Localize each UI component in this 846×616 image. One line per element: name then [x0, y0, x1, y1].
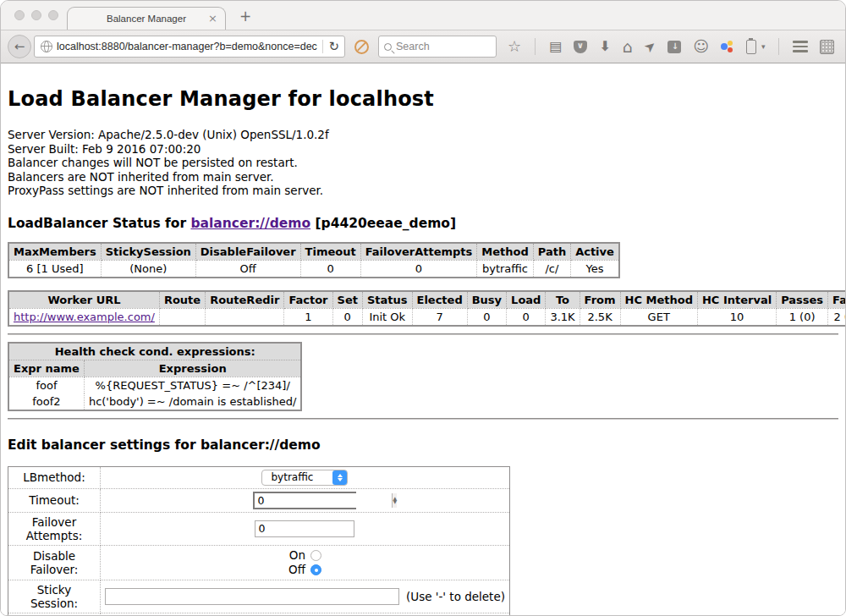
lbmethod-label: LBmethod:	[8, 466, 101, 488]
page-content: Load Balancer Manager for localhost Serv…	[1, 63, 845, 616]
close-window-button[interactable]	[14, 10, 25, 20]
col-fails: Fails	[828, 291, 845, 309]
tab-strip: Balancer Manager × +	[1, 1, 845, 30]
failover-attempts-input[interactable]	[255, 520, 354, 537]
col-factor: Factor	[284, 291, 332, 309]
col-from: From	[580, 291, 620, 309]
pocket-icon[interactable]	[574, 41, 587, 53]
toolbar-divider	[535, 38, 536, 55]
number-stepper-icon[interactable]: ▲▼	[392, 493, 397, 508]
tab-close-icon[interactable]: ×	[208, 12, 217, 25]
chevron-down-icon[interactable]: ▾	[761, 43, 766, 51]
tab-title: Balancer Manager	[107, 14, 186, 24]
health-table-title: Health check cond. expressions:	[8, 343, 301, 360]
search-input[interactable]	[396, 41, 491, 52]
sticky-session-input[interactable]	[105, 588, 399, 605]
toolbar-divider	[778, 38, 779, 55]
download-icon[interactable]: ⬇	[599, 40, 610, 53]
col-path: Path	[533, 243, 570, 261]
col-hc-interval: HC Interval	[697, 291, 776, 309]
timeout-input[interactable]	[255, 493, 392, 508]
loadbalancer-status-heading: LoadBalancer Status for balancer://demo …	[8, 216, 838, 231]
balancer-row: 6 [1 Used] (None) Off 0 0 bytraffic /c/ …	[8, 260, 619, 278]
timeout-input-wrap: ▲▼	[253, 492, 356, 509]
back-button[interactable]: ←	[8, 35, 31, 58]
new-tab-button[interactable]: +	[239, 8, 251, 25]
lbmethod-row: LBmethod: bytraffic	[8, 466, 510, 488]
edit-balancer-form: LBmethod: bytraffic Timeout: ▲▼	[8, 466, 510, 616]
screenshot-grid-icon[interactable]	[820, 40, 834, 54]
menu-icon[interactable]	[793, 41, 808, 52]
server-built: Server Built: Feb 9 2016 07:00:20	[8, 142, 838, 157]
sticky-session-row: Sticky Session: (Use '-' to delete)	[8, 580, 510, 613]
proxypass-note: ProxyPass settings are NOT inherited fro…	[8, 184, 838, 198]
server-info: Server Version: Apache/2.5.0-dev (Unix) …	[8, 128, 838, 198]
zoom-window-button[interactable]	[48, 10, 58, 20]
balancer-status-table: MaxMembers StickySession DisableFailover…	[8, 242, 620, 278]
failover-on-radio[interactable]	[310, 550, 321, 561]
home-icon[interactable]: ⌂	[623, 39, 633, 55]
save-to-device-icon[interactable]	[667, 41, 681, 53]
disable-failover-row: Disable Failover: On Off	[8, 545, 510, 580]
disable-failover-label: Disable Failover:	[8, 545, 101, 580]
health-expr-row: foof %{REQUEST_STATUS} =~ /^[234]/	[8, 377, 301, 393]
col-disablefailover: DisableFailover	[195, 243, 300, 261]
battery-extension-icon[interactable]	[746, 40, 756, 54]
add-worker-row: Add New Worker: Are you sure?	[8, 613, 510, 616]
worker-url-link[interactable]: http://www.example.com/	[14, 311, 155, 323]
worker-row: http://www.example.com/ 1 0 Init Ok 7 0 …	[8, 308, 845, 326]
balancer-demo-link[interactable]: balancer://demo	[190, 216, 310, 231]
send-tab-icon[interactable]: ➤	[641, 38, 659, 56]
url-bar[interactable]: localhost:8880/balancer-manager?b=demo&n…	[34, 36, 345, 58]
toolbar-icons: ☆ ▤ ⬇ ⌂ ➤ ☺ ▾	[508, 38, 834, 55]
urlbar-divider	[322, 40, 323, 53]
col-method: Method	[477, 243, 533, 261]
col-maxmembers: MaxMembers	[8, 243, 101, 261]
col-elected: Elected	[412, 291, 467, 309]
edit-settings-heading: Edit balancer settings for balancer://de…	[8, 437, 838, 453]
sticky-session-note: (Use '-' to delete)	[406, 590, 505, 603]
reload-icon[interactable]: ↻	[328, 39, 339, 54]
col-set: Set	[332, 291, 362, 309]
server-version: Server Version: Apache/2.5.0-dev (Unix) …	[8, 128, 838, 142]
failover-attempts-label: Failover Attempts:	[8, 512, 101, 545]
url-text[interactable]: localhost:8880/balancer-manager?b=demo&n…	[57, 41, 317, 52]
col-passes: Passes	[777, 291, 828, 309]
select-stepper-icon	[332, 470, 347, 485]
minimize-window-button[interactable]	[31, 10, 41, 20]
site-identity-globe-icon[interactable]	[41, 41, 52, 52]
bookmark-star-icon[interactable]: ☆	[508, 39, 521, 54]
col-expr-name: Expr name	[8, 360, 84, 377]
extension-colordots-icon[interactable]	[721, 40, 734, 53]
search-bar[interactable]	[378, 36, 497, 58]
tab-balancer-manager[interactable]: Balancer Manager ×	[67, 7, 226, 30]
failover-attempts-row: Failover Attempts:	[8, 512, 510, 545]
lbmethod-select[interactable]: bytraffic	[261, 470, 348, 486]
inherit-note: Balancers are NOT inherited from main se…	[8, 170, 838, 184]
section-divider	[8, 418, 838, 420]
failover-off-radio[interactable]	[310, 564, 321, 575]
col-active: Active	[571, 243, 619, 261]
persist-note: Balancer changes will NOT be persisted o…	[8, 156, 838, 170]
reading-list-icon[interactable]: ▤	[549, 40, 562, 53]
col-expression: Expression	[84, 360, 301, 377]
browser-window: Balancer Manager × + ← localhost:8880/ba…	[0, 0, 846, 616]
timeout-row: Timeout: ▲▼	[8, 488, 510, 512]
col-route: Route	[159, 291, 205, 309]
col-routeredir: RouteRedir	[206, 291, 284, 309]
col-load: Load	[507, 291, 546, 309]
health-check-table: Health check cond. expressions: Expr nam…	[8, 342, 302, 411]
col-timeout: Timeout	[300, 243, 360, 261]
worker-table: Worker URL Route RouteRedir Factor Set S…	[8, 290, 845, 327]
col-status: Status	[362, 291, 412, 309]
col-busy: Busy	[467, 291, 506, 309]
back-arrow-icon: ←	[14, 39, 25, 54]
col-worker-url: Worker URL	[8, 291, 159, 309]
smiley-icon[interactable]: ☺	[693, 39, 709, 54]
window-controls[interactable]	[14, 10, 58, 20]
content-blocked-icon[interactable]	[354, 40, 369, 54]
radio-off-label: Off	[288, 563, 305, 576]
col-hc-method: HC Method	[620, 291, 697, 309]
col-to: To	[546, 291, 580, 309]
page-title: Load Balancer Manager for localhost	[8, 63, 838, 111]
